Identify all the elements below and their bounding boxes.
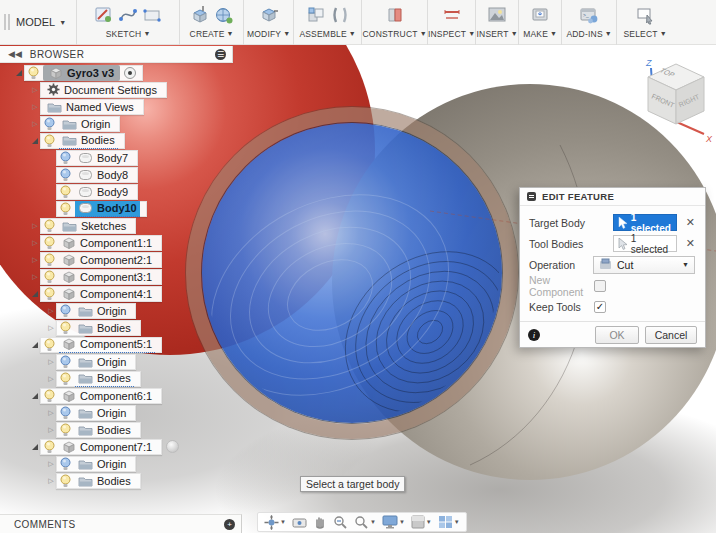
tree-row-body9[interactable]: Body9 [0,183,233,200]
new-component-icon[interactable] [306,5,326,25]
expand-arrow-icon[interactable] [30,291,40,297]
tree-node-chip[interactable]: Document Settings [40,82,167,98]
spline-icon[interactable] [118,5,138,25]
bulb-blue-icon[interactable] [60,355,71,369]
selected-blue-body[interactable] [202,123,502,423]
tree-row-component2-1[interactable]: ▷Component2:1 [0,251,233,268]
ok-button[interactable]: OK [595,326,639,344]
tree-row-body8[interactable]: Body8 [0,166,233,183]
tree-row-bodies[interactable]: ▷Bodies [0,370,233,387]
tree-row-component3-1[interactable]: ▷Component3:1 [0,268,233,285]
toolbar-grip[interactable] [0,0,14,44]
operation-dropdown[interactable]: Cut▼ [593,256,695,274]
node-label-wrap[interactable]: Component4:1 [59,286,155,302]
collapse-arrow-icon[interactable]: ▷ [46,426,56,433]
bulb-blue-icon[interactable] [60,304,71,318]
node-label-wrap[interactable]: Bodies [75,422,134,438]
tree-row-component7-1[interactable]: Component7:1 [0,438,233,455]
checkbox-keep-tools[interactable]: ✓ [594,301,606,313]
toolbar-menu-construct[interactable]: CONSTRUCT [363,29,418,39]
bulb-blue-icon[interactable] [60,457,71,471]
bulb-yellow-icon[interactable] [44,236,55,250]
node-label-wrap[interactable]: Bodies [59,133,118,149]
tree-node-chip[interactable]: Component7:1 [40,439,162,455]
node-label-wrap[interactable]: Body7 [75,150,131,166]
form-icon[interactable] [214,5,234,25]
tree-node-chip[interactable]: Origin [56,354,136,370]
node-label-wrap[interactable]: Component7:1 [59,439,155,455]
chevron-down-icon[interactable]: ▼ [370,519,376,525]
toolbar-menu-assemble[interactable]: ASSEMBLE [299,29,346,39]
tree-node-chip[interactable]: Body10 [56,201,147,217]
tree-row-bodies[interactable]: ▷Bodies [0,319,233,336]
bulb-yellow-icon[interactable] [44,270,55,284]
collapse-arrow-icon[interactable]: ▷ [46,307,56,314]
tree-row-origin[interactable]: ▷Origin [0,353,233,370]
collapse-arrow-icon[interactable]: ▷ [30,256,40,263]
bulb-yellow-icon[interactable] [44,440,55,454]
bulb-yellow-icon[interactable] [60,321,71,335]
node-label-wrap[interactable]: Bodies [75,473,134,489]
bulb-yellow-icon[interactable] [28,66,39,80]
node-label-wrap[interactable]: Document Settings [44,82,160,98]
collapse-arrow-icon[interactable]: ▷ [46,358,56,365]
bulb-yellow-icon[interactable] [44,287,55,301]
collapse-arrow-icon[interactable]: ▷ [30,273,40,280]
tree-row-component4-1[interactable]: Component4:1 [0,285,233,302]
tree-node-chip[interactable]: Component1:1 [40,235,162,251]
node-label-wrap[interactable]: Origin [59,116,113,132]
tree-row-component1-1[interactable]: ▷Component1:1 [0,234,233,251]
bulb-yellow-icon[interactable] [44,389,55,403]
pan-button[interactable] [313,515,327,529]
tree-node-chip[interactable]: Gyro3 v3 [24,65,143,81]
effects-button[interactable]: ▼ [411,515,432,529]
node-label-wrap[interactable]: Body8 [75,167,131,183]
collapse-arrow-icon[interactable]: ▷ [30,120,40,127]
bulb-blue-icon[interactable] [60,406,71,420]
zoom-window-button[interactable] [333,515,348,530]
add-comment-icon[interactable]: + [224,519,235,530]
node-label-wrap[interactable]: Sketches [59,218,129,234]
insert-image-icon[interactable] [487,5,507,25]
tree-row-body10[interactable]: Body10 [0,200,233,217]
browser-filter-icon[interactable]: ☰ [215,49,226,60]
navigation-toolbar[interactable]: ▼▼▼▼▼ [257,512,467,532]
collapse-arrow-icon[interactable]: ▷ [46,324,56,331]
tree-row-body7[interactable]: Body7 [0,149,233,166]
dialog-header[interactable]: EDIT FEATURE [520,188,705,206]
create-sketch-icon[interactable] [94,5,114,25]
node-label-wrap[interactable]: Named Views [44,99,137,115]
selection-pill-active[interactable]: 1 selected [613,214,677,231]
workspace-model-button[interactable]: MODEL ▼ [14,0,76,44]
tree-row-bodies[interactable]: ▷Bodies [0,421,233,438]
tree-row-document-settings[interactable]: ▷Document Settings [0,81,233,98]
tree-node-chip[interactable]: Component3:1 [40,269,162,285]
node-label-wrap[interactable]: Origin [75,456,129,472]
activate-radio-icon[interactable] [124,67,136,79]
chevron-down-icon[interactable]: ▼ [280,519,286,525]
tree-node-chip[interactable]: Body8 [56,167,138,183]
zoom-button[interactable]: ▼ [354,515,376,530]
toolbar-menu-make[interactable]: MAKE [523,29,548,39]
comments-panel[interactable]: COMMENTS + [0,514,242,533]
node-label-wrap[interactable]: Component2:1 [59,252,155,268]
node-label-wrap[interactable]: Origin [75,303,129,319]
tree-node-chip[interactable]: Origin [56,456,136,472]
chevron-down-icon[interactable]: ▼ [426,519,432,525]
tree-row-component5-1[interactable]: Component5:1 [0,336,233,353]
view-cube[interactable]: TOP FRONT RIGHT Z X [630,50,716,150]
display-settings-button[interactable]: ▼ [382,515,405,529]
tree-node-chip[interactable]: Bodies [56,473,141,489]
tree-row-gyro3-v3[interactable]: Gyro3 v3 [0,64,233,81]
node-label-wrap[interactable]: Bodies [75,320,134,336]
extrude-icon[interactable] [190,5,210,25]
bulb-yellow-icon[interactable] [60,202,71,216]
tree-row-sketches[interactable]: ▷Sketches [0,217,233,234]
node-label-wrap[interactable]: Gyro3 v3 [43,65,120,81]
toolbar-menu-inspect[interactable]: INSPECT [428,29,466,39]
rectangle-icon[interactable] [142,5,162,25]
tree-row-origin[interactable]: ▷Origin [0,115,233,132]
chevron-down-icon[interactable]: ▼ [454,519,460,525]
expand-arrow-icon[interactable] [30,342,40,348]
collapse-panel-icon[interactable]: ◀◀ [8,49,22,59]
